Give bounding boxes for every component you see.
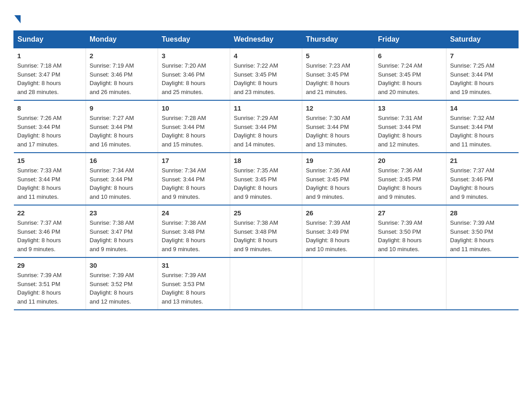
header-thursday: Thursday — [302, 31, 374, 48]
day-cell-8: 8 Sunrise: 7:26 AM Sunset: 3:44 PM Dayli… — [14, 100, 86, 153]
day-info: Sunrise: 7:30 AM Sunset: 3:44 PM Dayligh… — [306, 114, 370, 149]
day-number: 17 — [162, 157, 226, 164]
day-info: Sunrise: 7:38 AM Sunset: 3:48 PM Dayligh… — [162, 218, 226, 253]
day-info: Sunrise: 7:34 AM Sunset: 3:44 PM Dayligh… — [162, 166, 226, 201]
day-cell-31: 31 Sunrise: 7:39 AM Sunset: 3:53 PM Dayl… — [158, 257, 230, 310]
day-number: 8 — [17, 104, 82, 112]
day-number: 16 — [90, 157, 154, 164]
day-info: Sunrise: 7:39 AM Sunset: 3:50 PM Dayligh… — [450, 218, 515, 253]
day-info: Sunrise: 7:38 AM Sunset: 3:47 PM Dayligh… — [90, 218, 154, 253]
day-cell-11: 11 Sunrise: 7:29 AM Sunset: 3:44 PM Dayl… — [230, 100, 302, 153]
day-number: 13 — [378, 104, 442, 112]
day-number: 20 — [378, 157, 442, 164]
header-monday: Monday — [86, 31, 158, 48]
day-cell-24: 24 Sunrise: 7:38 AM Sunset: 3:48 PM Dayl… — [158, 205, 230, 257]
day-cell-25: 25 Sunrise: 7:38 AM Sunset: 3:48 PM Dayl… — [230, 205, 302, 257]
day-number: 9 — [90, 104, 154, 112]
day-info: Sunrise: 7:34 AM Sunset: 3:44 PM Dayligh… — [90, 166, 154, 201]
day-cell-13: 13 Sunrise: 7:31 AM Sunset: 3:44 PM Dayl… — [374, 100, 446, 153]
calendar-table: SundayMondayTuesdayWednesdayThursdayFrid… — [13, 30, 519, 310]
day-info: Sunrise: 7:35 AM Sunset: 3:45 PM Dayligh… — [234, 166, 298, 201]
day-info: Sunrise: 7:39 AM Sunset: 3:51 PM Dayligh… — [17, 271, 82, 306]
day-number: 7 — [450, 52, 515, 60]
empty-cell — [302, 257, 374, 310]
day-number: 23 — [90, 209, 154, 217]
day-cell-15: 15 Sunrise: 7:33 AM Sunset: 3:44 PM Dayl… — [14, 153, 86, 205]
week-row-5: 29 Sunrise: 7:39 AM Sunset: 3:51 PM Dayl… — [14, 257, 519, 310]
day-number: 30 — [90, 261, 154, 269]
day-cell-28: 28 Sunrise: 7:39 AM Sunset: 3:50 PM Dayl… — [446, 205, 519, 257]
day-number: 2 — [90, 52, 154, 60]
day-number: 18 — [234, 157, 298, 164]
day-cell-10: 10 Sunrise: 7:28 AM Sunset: 3:44 PM Dayl… — [158, 100, 230, 153]
day-info: Sunrise: 7:39 AM Sunset: 3:53 PM Dayligh… — [162, 271, 226, 306]
day-cell-4: 4 Sunrise: 7:22 AM Sunset: 3:45 PM Dayli… — [230, 48, 302, 101]
day-number: 6 — [378, 52, 442, 60]
day-number: 15 — [17, 157, 82, 164]
day-info: Sunrise: 7:18 AM Sunset: 3:47 PM Dayligh… — [17, 61, 82, 96]
day-cell-9: 9 Sunrise: 7:27 AM Sunset: 3:44 PM Dayli… — [86, 100, 158, 153]
calendar-header-row: SundayMondayTuesdayWednesdayThursdayFrid… — [14, 31, 519, 48]
day-info: Sunrise: 7:27 AM Sunset: 3:44 PM Dayligh… — [90, 114, 154, 149]
empty-cell — [230, 257, 302, 310]
day-cell-19: 19 Sunrise: 7:36 AM Sunset: 3:45 PM Dayl… — [302, 153, 374, 205]
day-info: Sunrise: 7:20 AM Sunset: 3:46 PM Dayligh… — [162, 61, 226, 96]
day-number: 4 — [234, 52, 298, 60]
week-row-3: 15 Sunrise: 7:33 AM Sunset: 3:44 PM Dayl… — [14, 153, 519, 205]
day-cell-21: 21 Sunrise: 7:37 AM Sunset: 3:46 PM Dayl… — [446, 153, 519, 205]
day-number: 26 — [306, 209, 370, 217]
day-info: Sunrise: 7:29 AM Sunset: 3:44 PM Dayligh… — [234, 114, 298, 149]
day-info: Sunrise: 7:25 AM Sunset: 3:44 PM Dayligh… — [450, 61, 515, 96]
day-number: 28 — [450, 209, 515, 217]
empty-cell — [374, 257, 446, 310]
day-cell-5: 5 Sunrise: 7:23 AM Sunset: 3:45 PM Dayli… — [302, 48, 374, 101]
day-cell-12: 12 Sunrise: 7:30 AM Sunset: 3:44 PM Dayl… — [302, 100, 374, 153]
day-cell-14: 14 Sunrise: 7:32 AM Sunset: 3:44 PM Dayl… — [446, 100, 519, 153]
day-number: 29 — [17, 261, 82, 269]
day-cell-26: 26 Sunrise: 7:39 AM Sunset: 3:49 PM Dayl… — [302, 205, 374, 257]
day-info: Sunrise: 7:37 AM Sunset: 3:46 PM Dayligh… — [450, 166, 515, 201]
day-number: 27 — [378, 209, 442, 217]
header-friday: Friday — [374, 31, 446, 48]
day-cell-1: 1 Sunrise: 7:18 AM Sunset: 3:47 PM Dayli… — [14, 48, 86, 101]
day-cell-16: 16 Sunrise: 7:34 AM Sunset: 3:44 PM Dayl… — [86, 153, 158, 205]
day-cell-27: 27 Sunrise: 7:39 AM Sunset: 3:50 PM Dayl… — [374, 205, 446, 257]
day-number: 10 — [162, 104, 226, 112]
day-info: Sunrise: 7:26 AM Sunset: 3:44 PM Dayligh… — [17, 114, 82, 149]
day-cell-3: 3 Sunrise: 7:20 AM Sunset: 3:46 PM Dayli… — [158, 48, 230, 101]
day-info: Sunrise: 7:37 AM Sunset: 3:46 PM Dayligh… — [17, 218, 82, 253]
day-number: 21 — [450, 157, 515, 164]
day-number: 3 — [162, 52, 226, 60]
logo — [13, 13, 21, 21]
day-info: Sunrise: 7:32 AM Sunset: 3:44 PM Dayligh… — [450, 114, 515, 149]
day-info: Sunrise: 7:39 AM Sunset: 3:49 PM Dayligh… — [306, 218, 370, 253]
day-cell-23: 23 Sunrise: 7:38 AM Sunset: 3:47 PM Dayl… — [86, 205, 158, 257]
day-number: 12 — [306, 104, 370, 112]
week-row-2: 8 Sunrise: 7:26 AM Sunset: 3:44 PM Dayli… — [14, 100, 519, 153]
day-cell-6: 6 Sunrise: 7:24 AM Sunset: 3:45 PM Dayli… — [374, 48, 446, 101]
day-number: 5 — [306, 52, 370, 60]
logo-arrow-icon — [14, 15, 21, 23]
day-number: 14 — [450, 104, 515, 112]
empty-cell — [446, 257, 519, 310]
day-info: Sunrise: 7:22 AM Sunset: 3:45 PM Dayligh… — [234, 61, 298, 96]
header-sunday: Sunday — [14, 31, 86, 48]
page-header — [13, 13, 519, 21]
week-row-1: 1 Sunrise: 7:18 AM Sunset: 3:47 PM Dayli… — [14, 48, 519, 101]
day-info: Sunrise: 7:36 AM Sunset: 3:45 PM Dayligh… — [378, 166, 442, 201]
day-number: 22 — [17, 209, 82, 217]
day-info: Sunrise: 7:36 AM Sunset: 3:45 PM Dayligh… — [306, 166, 370, 201]
day-cell-18: 18 Sunrise: 7:35 AM Sunset: 3:45 PM Dayl… — [230, 153, 302, 205]
day-cell-17: 17 Sunrise: 7:34 AM Sunset: 3:44 PM Dayl… — [158, 153, 230, 205]
header-tuesday: Tuesday — [158, 31, 230, 48]
day-info: Sunrise: 7:33 AM Sunset: 3:44 PM Dayligh… — [17, 166, 82, 201]
day-info: Sunrise: 7:38 AM Sunset: 3:48 PM Dayligh… — [234, 218, 298, 253]
day-cell-20: 20 Sunrise: 7:36 AM Sunset: 3:45 PM Dayl… — [374, 153, 446, 205]
day-number: 11 — [234, 104, 298, 112]
day-info: Sunrise: 7:31 AM Sunset: 3:44 PM Dayligh… — [378, 114, 442, 149]
header-wednesday: Wednesday — [230, 31, 302, 48]
day-info: Sunrise: 7:19 AM Sunset: 3:46 PM Dayligh… — [90, 61, 154, 96]
day-info: Sunrise: 7:23 AM Sunset: 3:45 PM Dayligh… — [306, 61, 370, 96]
header-saturday: Saturday — [446, 31, 519, 48]
day-number: 24 — [162, 209, 226, 217]
